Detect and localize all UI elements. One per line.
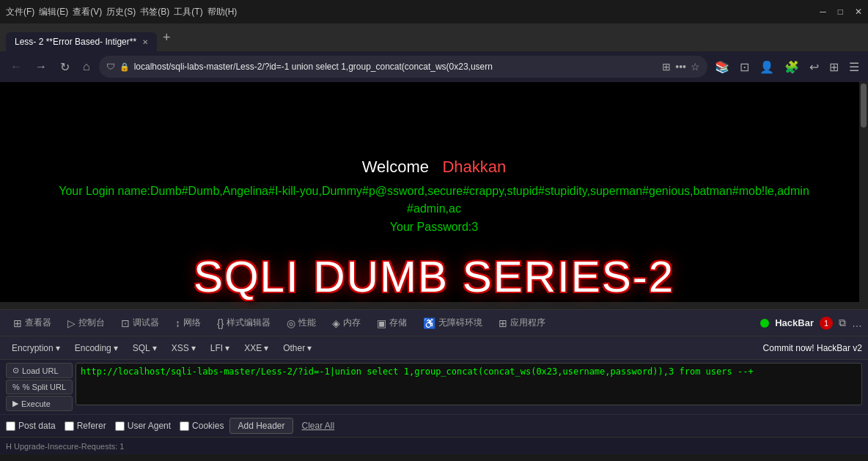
hackbar: Encryption ▾ Encoding ▾ SQL ▾ XSS ▾ LFI … <box>0 336 868 454</box>
devtools-tab-style-editor[interactable]: {} 样式编辑器 <box>210 314 278 332</box>
sqli-banner: SQLI DUMB SERIES-2 <box>194 251 674 302</box>
debugger-label: 调试器 <box>133 317 159 329</box>
clear-all-button[interactable]: Clear All <box>302 421 335 431</box>
xxe-label: XXE <box>244 343 262 353</box>
footer-text: H Upgrade-Insecure-Requests: 1 <box>6 442 124 451</box>
hackbar-label[interactable]: HackBar <box>775 317 814 328</box>
maximize-button[interactable]: □ <box>838 7 843 17</box>
hackbar-url-input[interactable]: http://localhost/sqli-labs-master/Less-2… <box>76 363 862 405</box>
menu-edit[interactable]: 编辑(E) <box>39 6 68 18</box>
undo-icon[interactable]: ↩ <box>806 57 822 77</box>
new-tab-button[interactable]: + <box>157 30 177 45</box>
add-header-button[interactable]: Add Header <box>229 418 293 434</box>
post-data-checkbox-label[interactable]: Post data <box>6 421 56 431</box>
xxe-chevron-icon: ▾ <box>264 343 268 353</box>
nav-bar: ← → ↻ ⌂ 🛡 🔒 localhost/sqli-labs-master/L… <box>0 51 868 82</box>
minimize-button[interactable]: ─ <box>820 7 826 17</box>
reload-button[interactable]: ↻ <box>56 57 74 77</box>
devtools-tab-accessibility[interactable]: ♿ 无障碍环境 <box>416 314 490 332</box>
devtools-tab-console[interactable]: ▷ 控制台 <box>60 314 112 332</box>
content-area: Welcome Dhakkan Your Login name:Dumb#Dum… <box>0 158 868 234</box>
post-data-checkbox[interactable] <box>6 421 15 431</box>
referer-checkbox[interactable] <box>65 421 74 431</box>
sql-chevron-icon: ▾ <box>152 343 157 353</box>
xxe-menu[interactable]: XXE ▾ <box>238 341 274 355</box>
active-tab[interactable]: Less- 2 **Error Based- Intiger** ✕ <box>6 32 157 51</box>
menu-tools[interactable]: 工具(T) <box>174 6 202 18</box>
inspector-icon: ⊞ <box>13 317 22 329</box>
shield-icon: 🛡 <box>106 62 115 72</box>
extensions-icon[interactable]: 🧩 <box>781 57 802 77</box>
devtools-tab-inspector[interactable]: ⊞ 查看器 <box>6 314 59 332</box>
back-button[interactable]: ← <box>6 57 26 76</box>
horizontal-scrollbar[interactable] <box>0 302 859 309</box>
forward-button[interactable]: → <box>31 57 51 76</box>
split-url-icon: % <box>12 383 20 391</box>
devtools-tab-storage[interactable]: ▣ 存储 <box>369 314 414 332</box>
menu-history[interactable]: 历史(S) <box>106 6 136 18</box>
hackbar-url-row: ⊙ Load URL % % Split URL ▶ Execute http:… <box>0 360 868 415</box>
encoding-menu[interactable]: Encoding ▾ <box>69 341 124 355</box>
user-agent-label: User Agent <box>128 421 171 431</box>
menu-bar[interactable]: 文件(F) 编辑(E) 查看(V) 历史(S) 书签(B) 工具(T) 帮助(H… <box>6 6 237 18</box>
account-icon[interactable]: 👤 <box>757 57 777 77</box>
devtools-tab-network[interactable]: ↕ 网络 <box>168 314 208 332</box>
cookies-checkbox[interactable] <box>180 421 189 431</box>
commit-now-text: Commit now! <box>763 343 814 353</box>
library-icon[interactable]: 📚 <box>712 57 732 77</box>
address-bar-text[interactable]: localhost/sqli-labs-master/Less-2/?id=-1… <box>134 62 658 72</box>
memory-icon: ◈ <box>332 317 340 329</box>
split-url-button[interactable]: % % Split URL <box>6 380 73 394</box>
load-url-icon: ⊙ <box>12 366 19 375</box>
password-value: 3 <box>471 221 478 233</box>
devtools-tab-debugger[interactable]: ⊡ 调试器 <box>114 314 166 332</box>
performance-icon: ◎ <box>287 317 295 329</box>
lfi-menu[interactable]: LFI ▾ <box>205 341 235 355</box>
menu-file[interactable]: 文件(F) <box>6 6 34 18</box>
devtools-right-controls: HackBar 1 ⧉ … <box>760 317 862 330</box>
devtools-tab-performance[interactable]: ◎ 性能 <box>279 314 323 332</box>
load-url-button[interactable]: ⊙ Load URL <box>6 363 73 378</box>
devtools-tab-application[interactable]: ⊞ 应用程序 <box>491 314 553 332</box>
window-controls[interactable]: ─ □ ✕ <box>820 7 862 17</box>
inspector-label: 查看器 <box>25 317 51 329</box>
close-button[interactable]: ✕ <box>855 7 862 17</box>
menu-view[interactable]: 查看(V) <box>73 6 102 18</box>
encryption-menu[interactable]: Encryption ▾ <box>6 341 66 355</box>
devtools-window-icon[interactable]: ⧉ <box>839 317 846 329</box>
hamburger-icon[interactable]: ☰ <box>846 57 862 77</box>
hackbar-bottom-row: Post data Referer User Agent Cookies Add… <box>0 415 868 437</box>
user-agent-checkbox[interactable] <box>115 421 125 431</box>
tab-close-button[interactable]: ✕ <box>142 38 148 46</box>
hackbar-footer: H Upgrade-Insecure-Requests: 1 <box>0 437 868 454</box>
sql-menu[interactable]: SQL ▾ <box>127 341 163 355</box>
scrollbar-handle[interactable] <box>861 84 867 128</box>
execute-button[interactable]: ▶ Execute <box>6 396 73 411</box>
storage-label: 存储 <box>389 317 407 329</box>
referer-checkbox-label[interactable]: Referer <box>65 421 106 431</box>
cookies-checkbox-label[interactable]: Cookies <box>180 421 224 431</box>
more-icon[interactable]: ••• <box>675 61 686 73</box>
other-menu[interactable]: Other ▾ <box>277 341 317 355</box>
sync-icon[interactable]: ⊡ <box>737 57 752 77</box>
xss-menu[interactable]: XSS ▾ <box>166 341 202 355</box>
referer-label: Referer <box>77 421 106 431</box>
address-bar-actions: ⊞ ••• ☆ <box>662 61 700 73</box>
network-label: 网络 <box>183 317 201 329</box>
devtools-tab-memory[interactable]: ◈ 内存 <box>325 314 368 332</box>
devtools-more-icon[interactable]: … <box>852 317 862 329</box>
grid-icon[interactable]: ⊞ <box>662 61 671 73</box>
devtools-panel: ⊞ 查看器 ▷ 控制台 ⊡ 调试器 ↕ 网络 {} 样式编辑器 ◎ 性能 ◈ 内… <box>0 309 868 454</box>
menu-help[interactable]: 帮助(H) <box>207 6 238 18</box>
address-bar-wrapper[interactable]: 🛡 🔒 localhost/sqli-labs-master/Less-2/?i… <box>99 56 707 78</box>
welcome-text: Welcome <box>362 158 429 176</box>
username-text: Dhakkan <box>442 158 506 176</box>
user-agent-checkbox-label[interactable]: User Agent <box>115 421 171 431</box>
login-name-label: Your Login name: <box>59 185 150 197</box>
star-icon[interactable]: ☆ <box>691 61 700 73</box>
post-data-label: Post data <box>18 421 56 431</box>
customize-icon[interactable]: ⊞ <box>826 57 842 77</box>
menu-bookmarks[interactable]: 书签(B) <box>140 6 169 18</box>
application-label: 应用程序 <box>510 317 545 329</box>
home-button[interactable]: ⌂ <box>78 57 95 76</box>
